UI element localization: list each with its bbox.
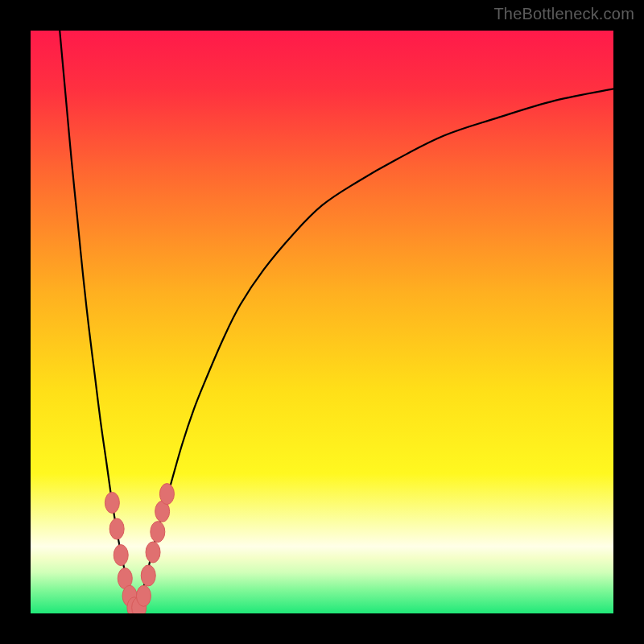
plot-area xyxy=(31,31,613,613)
data-marker xyxy=(105,492,119,513)
marker-group xyxy=(105,484,174,613)
data-marker xyxy=(109,518,124,539)
curve-right-branch xyxy=(135,89,613,613)
curve-layer xyxy=(31,31,613,613)
data-marker xyxy=(141,565,155,586)
chart-frame: TheBottleneck.com xyxy=(0,0,644,644)
data-marker xyxy=(136,585,151,606)
data-marker xyxy=(114,545,128,566)
data-marker xyxy=(151,522,165,543)
watermark-text: TheBottleneck.com xyxy=(493,5,634,23)
data-marker xyxy=(146,542,160,563)
data-marker xyxy=(159,484,174,505)
